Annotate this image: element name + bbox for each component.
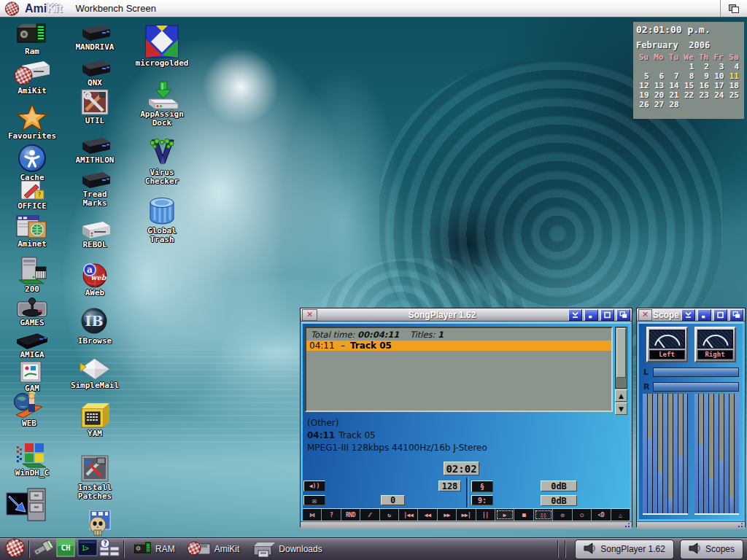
desktop-icon-ram[interactable]: Ram: [9, 22, 55, 56]
taskbar-launcher-ch-tool[interactable]: CH: [55, 540, 77, 559]
desktop-icon-amikit[interactable]: AmiKit: [9, 57, 55, 96]
info-button[interactable]: ?: [322, 509, 341, 521]
resize-grip[interactable]: [735, 522, 743, 529]
wedge-icon: [9, 330, 55, 350]
pause-button[interactable]: ||: [476, 509, 495, 521]
minimize-button[interactable]: [697, 309, 711, 321]
desktop-icon-install-patches[interactable]: Install Patches: [71, 455, 118, 501]
bass-button[interactable]: 9:: [471, 495, 493, 505]
calendar-day-header: Tu: [666, 52, 681, 62]
songplayer-window[interactable]: ✕ SongPlayer 1.62 Total time: 00:04:11 T…: [300, 308, 632, 527]
record-button[interactable]: ○: [573, 509, 592, 521]
screen-titlebar[interactable]: Ami Kit Workbench Screen: [0, 0, 747, 18]
desktop-icon-mandriva[interactable]: MANDRIVA: [71, 23, 118, 52]
surfer-icon: [6, 389, 53, 419]
desktop-icon-200[interactable]: 200: [9, 257, 55, 294]
desktop-icon-gam[interactable]: GAM: [9, 360, 55, 393]
desktop-icon-microgolded[interactable]: microgolded: [139, 25, 185, 68]
taskbar-launcher-shell[interactable]: 1>: [77, 540, 98, 559]
spectrum-bar: [663, 394, 668, 513]
cd-button[interactable]: <D: [592, 509, 611, 521]
desktop-icon-util[interactable]: UTIL: [71, 88, 118, 125]
treble-button[interactable]: §: [471, 481, 493, 492]
taskbar-launcher-keyboard-help[interactable]: ?: [98, 540, 120, 559]
songplayer-titlebar[interactable]: ✕ SongPlayer 1.62: [301, 308, 632, 322]
playlist-track-row[interactable]: 04:11–Track 05: [306, 341, 611, 351]
taskbar-launcher-boing-ball[interactable]: [4, 540, 26, 559]
desktop-icon-ibrowse[interactable]: IBIBrowse: [71, 307, 118, 346]
program-button[interactable]: ⁄⁄⁄: [360, 509, 379, 521]
kbd-icon: ?: [98, 538, 120, 560]
close-button[interactable]: ✕: [638, 309, 652, 321]
desktop-icon-amiga[interactable]: AMIGA: [9, 330, 55, 359]
scope-window[interactable]: ✕ Scope LeftRight L R: [636, 308, 746, 527]
taskbar-drawer-label: AmiKit: [214, 544, 240, 554]
depth-button[interactable]: [616, 309, 630, 321]
sleep-timer-button[interactable]: ⋈: [303, 509, 322, 521]
prev-track-button[interactable]: |◀◀: [399, 509, 418, 521]
desktop-icon-windh-c[interactable]: WinDH_C: [9, 442, 55, 478]
ab-repeat-button[interactable]: ▯▯: [534, 509, 553, 521]
taskbar-drawer-ram[interactable]: RAM: [133, 541, 175, 558]
calendar-day-cell: 22: [681, 90, 697, 100]
resize-grip[interactable]: [622, 522, 630, 529]
depth-icon: [729, 4, 739, 13]
repeat-button[interactable]: ↻: [380, 509, 399, 521]
desktop-icon-tread-marks[interactable]: Tread Marks: [71, 171, 118, 208]
gain-bottom-button[interactable]: 0dB: [541, 495, 577, 506]
desktop-icon-drawer-arrow[interactable]: [3, 487, 50, 522]
desktop-icon-skull[interactable]: [76, 510, 123, 537]
desktop-icon-simplemail[interactable]: SimpleMail: [71, 357, 118, 390]
taskbar-drawer-label: Downloads: [279, 544, 322, 554]
zoom-button[interactable]: [713, 309, 727, 321]
taskbar-window-button-scopes[interactable]: Scopes: [680, 540, 743, 559]
next-track-button[interactable]: ▶▶|: [457, 509, 476, 521]
taskbar-drawer-amikit[interactable]: AmiKit: [187, 540, 240, 559]
zoom-button[interactable]: [600, 309, 614, 321]
stop-button[interactable]: ■: [514, 509, 533, 521]
rewind-button[interactable]: ◀◀: [418, 509, 437, 521]
playlist-scrollbar[interactable]: ▲ ▼: [615, 327, 627, 415]
play-button[interactable]: ▶: [495, 509, 514, 521]
depth-button[interactable]: [729, 309, 743, 321]
desktop-icon-label: AmiKit: [1, 87, 63, 96]
desktop-icon-aweb[interactable]: awebAWeb: [71, 260, 118, 298]
scrollbar-track[interactable]: [615, 327, 627, 389]
desktop-icon-web[interactable]: WEB: [6, 389, 53, 428]
iconify-button[interactable]: [681, 309, 695, 321]
scope-titlebar[interactable]: ✕ Scope: [637, 308, 745, 322]
desktop-icon-global-trash[interactable]: Global Trash: [139, 195, 185, 244]
desktop-icon-cache[interactable]: Cache: [9, 144, 55, 182]
screen-depth-gadget[interactable]: [720, 0, 747, 17]
taskbar-window-button-songplayer[interactable]: SongPlayer 1.62: [575, 540, 674, 559]
desktop-icon-favourites[interactable]: Favourites: [9, 104, 55, 141]
spectrum-fill: [699, 444, 703, 513]
minimize-button[interactable]: [584, 309, 598, 321]
desktop-icon-aminet[interactable]: Aminet: [9, 214, 55, 249]
desktop-icon-office[interactable]: ?OFFICE: [9, 179, 55, 211]
random-button[interactable]: RND: [341, 509, 360, 521]
close-button[interactable]: ✕: [302, 309, 317, 321]
desktop-icon-games[interactable]: GAMES: [9, 296, 55, 327]
fast-forward-button[interactable]: ▶▶: [438, 509, 457, 521]
gain-top-button[interactable]: 0dB: [541, 481, 577, 491]
desktop-icon-qnx[interactable]: QNX: [71, 59, 118, 88]
desktop-icon-rebol[interactable]: REBOL: [71, 219, 118, 249]
eject-button[interactable]: △: [611, 509, 630, 521]
scrollbar-thumb[interactable]: [616, 328, 626, 378]
desktop-icon-yam[interactable]: YAM: [71, 401, 118, 438]
speaker-icon: [689, 542, 702, 556]
scroll-up-button[interactable]: ▲: [615, 389, 627, 402]
taskbar-drawer-downloads[interactable]: Downloads: [251, 539, 322, 560]
pitch-value[interactable]: 0: [381, 495, 405, 505]
scroll-down-button[interactable]: ▼: [615, 402, 627, 415]
iconify-button[interactable]: [568, 309, 582, 321]
taskbar-launcher-flashlight[interactable]: [33, 540, 55, 559]
volume-button[interactable]: ◀)): [303, 481, 325, 491]
loop-button[interactable]: ◎: [553, 509, 572, 521]
playlist[interactable]: Total time: 00:04:11 Titles: 1 04:11–Tra…: [305, 327, 613, 412]
desktop-icon-virus-checker[interactable]: Virus Checker: [139, 139, 185, 186]
load-button[interactable]: ✉: [303, 495, 325, 505]
desktop-icon-appassign-dock[interactable]: AppAssign Dock: [139, 80, 185, 128]
desktop-icon-amithlon[interactable]: AMITHLON: [71, 136, 118, 165]
